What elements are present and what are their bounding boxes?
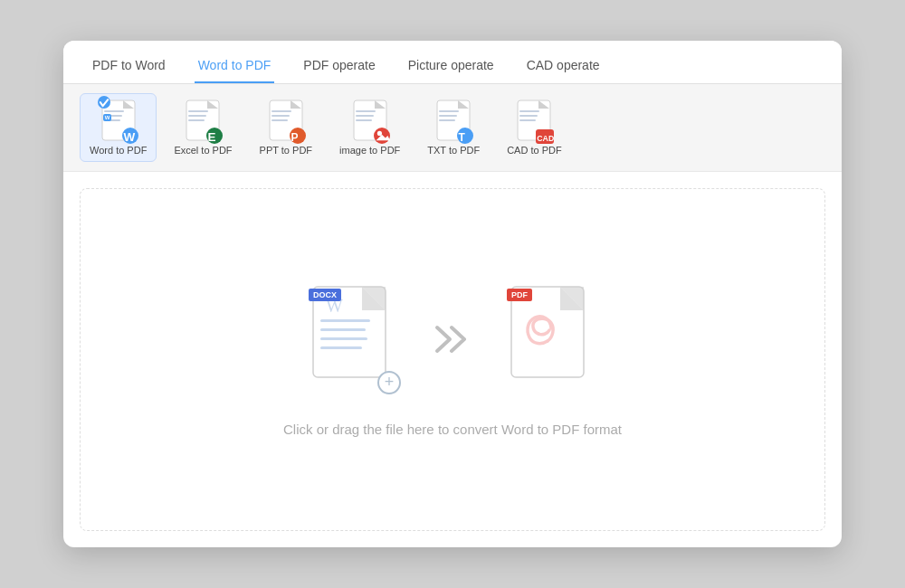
main-window: PDF to Word Word to PDF PDF operate Pict… <box>63 41 842 547</box>
svg-rect-21 <box>356 115 374 117</box>
tab-picture-operate[interactable]: Picture operate <box>405 47 498 83</box>
svg-rect-28 <box>439 115 457 117</box>
sub-item-word-to-pdf[interactable]: W W Word to PDF <box>80 93 157 162</box>
svg-text:T: T <box>459 131 466 144</box>
tab-word-to-pdf[interactable]: Word to PDF <box>195 47 275 83</box>
svg-rect-35 <box>519 119 536 121</box>
sub-item-image-to-pdf[interactable]: image to PDF <box>329 93 410 162</box>
svg-rect-8 <box>188 110 208 112</box>
svg-rect-10 <box>188 119 205 121</box>
svg-point-23 <box>377 131 382 136</box>
svg-rect-40 <box>320 319 370 322</box>
drop-hint: Click or drag the file here to convert W… <box>283 422 622 437</box>
svg-rect-43 <box>320 346 362 349</box>
tab-cad-operate[interactable]: CAD operate <box>523 47 604 83</box>
excel-to-pdf-icon: E <box>186 100 220 141</box>
svg-rect-27 <box>439 110 459 112</box>
svg-marker-24 <box>376 135 389 140</box>
svg-text:W: W <box>123 130 135 144</box>
conversion-arrow <box>430 317 475 362</box>
svg-rect-42 <box>320 337 367 340</box>
svg-rect-41 <box>320 328 366 331</box>
svg-rect-22 <box>356 119 372 121</box>
svg-text:CAD: CAD <box>538 134 555 143</box>
svg-rect-16 <box>272 119 288 121</box>
word-to-pdf-icon: W W <box>101 100 136 141</box>
ppt-to-pdf-icon: P <box>269 100 303 141</box>
sub-item-cad-to-pdf[interactable]: CAD CAD to PDF <box>497 93 572 162</box>
txt-to-pdf-icon: T <box>436 100 471 141</box>
svg-rect-15 <box>272 115 290 117</box>
svg-text:E: E <box>208 130 216 144</box>
sub-item-txt-to-pdf[interactable]: T TXT to PDF <box>417 93 490 162</box>
image-to-pdf-icon <box>353 100 387 141</box>
svg-text:P: P <box>291 131 298 144</box>
sub-item-image-label: image to PDF <box>339 145 400 156</box>
tab-pdf-to-word[interactable]: PDF to Word <box>89 47 169 83</box>
conversion-visual: W DOCX + <box>306 283 599 396</box>
svg-rect-9 <box>188 115 206 117</box>
tab-pdf-operate[interactable]: PDF operate <box>300 47 378 83</box>
svg-rect-33 <box>519 110 539 112</box>
svg-rect-20 <box>356 110 376 112</box>
sub-item-excel-label: Excel to PDF <box>174 145 232 156</box>
svg-rect-34 <box>519 115 538 117</box>
sub-toolbar: W W Word to PDF <box>63 84 842 172</box>
svg-rect-29 <box>439 119 455 121</box>
sub-item-excel-to-pdf[interactable]: E Excel to PDF <box>164 93 242 162</box>
cad-to-pdf-icon: CAD <box>517 100 551 141</box>
pdf-icon: PDF <box>504 283 599 396</box>
nav-bar: PDF to Word Word to PDF PDF operate Pict… <box>63 41 842 84</box>
docx-icon: W DOCX + <box>306 283 401 396</box>
sub-item-word-label: Word to PDF <box>90 145 147 156</box>
svg-rect-14 <box>272 110 291 112</box>
sub-item-ppt-to-pdf[interactable]: P PPT to PDF <box>250 93 322 162</box>
drop-zone[interactable]: W DOCX + <box>80 188 825 531</box>
